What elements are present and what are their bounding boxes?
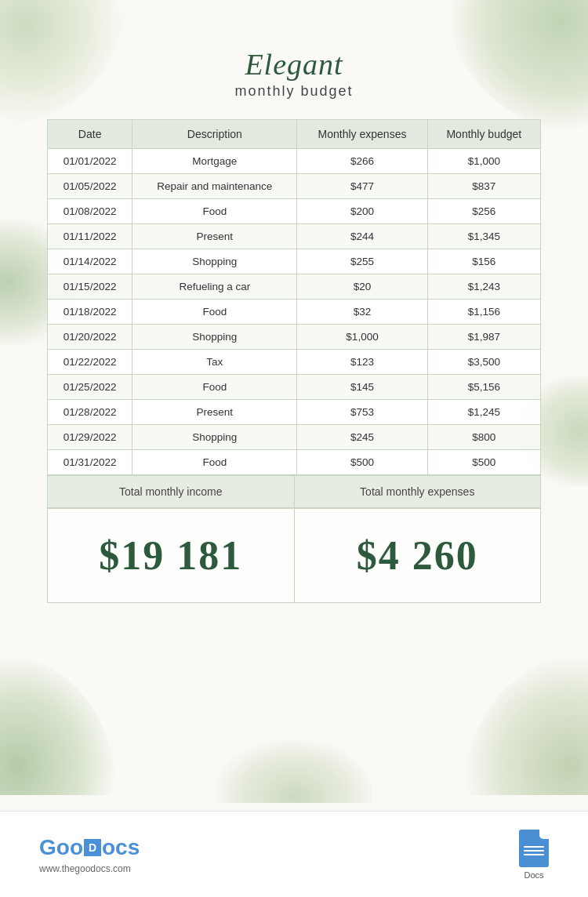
cell-expenses: $753	[297, 400, 427, 425]
cell-date: 01/25/2022	[48, 375, 132, 400]
cell-date: 01/05/2022	[48, 174, 132, 199]
col-header-budget: Monthly budget	[427, 120, 540, 149]
income-big-number: $19 181	[99, 533, 242, 578]
docs-line-3	[524, 854, 544, 855]
expenses-big-number: $4 260	[357, 533, 478, 578]
cell-description: Shopping	[132, 325, 297, 350]
cell-budget: $1,156	[427, 300, 540, 325]
gooddocs-logo: GooDocs www.thegoodocs.com	[39, 835, 140, 874]
table-header-row: Date Description Monthly expenses Monthl…	[48, 120, 541, 149]
table-row: 01/22/2022 Tax $123 $3,500	[48, 350, 541, 375]
cell-description: Tax	[132, 350, 297, 375]
box-d: D	[84, 839, 101, 856]
cell-budget: $1,345	[427, 224, 540, 249]
cell-budget: $256	[427, 199, 540, 224]
cell-budget: $500	[427, 450, 540, 475]
docs-label: Docs	[524, 870, 543, 880]
table-row: 01/15/2022 Refueling a car $20 $1,243	[48, 274, 541, 300]
table-row: 01/25/2022 Food $145 $5,156	[48, 375, 541, 400]
gooddocs-url: www.thegoodocs.com	[39, 863, 140, 874]
docs-icon-image	[519, 830, 549, 867]
cell-description: Shopping	[132, 425, 297, 450]
title-subtitle: monthly budget	[47, 83, 541, 100]
leaf-decoration-br	[463, 654, 588, 795]
cell-description: Present	[132, 224, 297, 249]
cell-expenses: $123	[297, 350, 427, 375]
col-header-date: Date	[48, 120, 132, 149]
cell-description: Food	[132, 199, 297, 224]
cell-budget: $156	[427, 249, 540, 274]
cell-budget: $800	[427, 425, 540, 450]
cell-date: 01/14/2022	[48, 249, 132, 274]
summary-values-table: $19 181 $4 260	[47, 508, 541, 603]
ocs-text: ocs	[102, 835, 140, 860]
cell-expenses: $1,000	[297, 325, 427, 350]
cell-expenses: $255	[297, 249, 427, 274]
leaf-decoration-bl	[0, 654, 118, 795]
cell-expenses: $500	[297, 450, 427, 475]
table-row: 01/11/2022 Present $244 $1,345	[48, 224, 541, 249]
budget-table: Date Description Monthly expenses Monthl…	[47, 119, 541, 475]
cell-expenses: $477	[297, 174, 427, 199]
cell-date: 01/22/2022	[48, 350, 132, 375]
cell-budget: $1,987	[427, 325, 540, 350]
cell-date: 01/20/2022	[48, 325, 132, 350]
cell-date: 01/29/2022	[48, 425, 132, 450]
cell-date: 01/18/2022	[48, 300, 132, 325]
table-row: 01/14/2022 Shopping $255 $156	[48, 249, 541, 274]
cell-expenses: $266	[297, 149, 427, 174]
cell-description: Mortgage	[132, 149, 297, 174]
col-header-expenses: Monthly expenses	[297, 120, 427, 149]
col-header-description: Description	[132, 120, 297, 149]
cell-date: 01/01/2022	[48, 149, 132, 174]
table-row: 01/18/2022 Food $32 $1,156	[48, 300, 541, 325]
cell-budget: $3,500	[427, 350, 540, 375]
cell-expenses: $245	[297, 425, 427, 450]
docs-icon-lines	[524, 844, 544, 858]
cell-description: Present	[132, 400, 297, 425]
cell-date: 01/11/2022	[48, 224, 132, 249]
table-row: 01/28/2022 Present $753 $1,245	[48, 400, 541, 425]
table-row: 01/05/2022 Repair and maintenance $477 $…	[48, 174, 541, 199]
cell-description: Food	[132, 375, 297, 400]
docs-line-1	[524, 846, 544, 848]
cell-budget: $1,000	[427, 149, 540, 174]
cell-budget: $1,243	[427, 274, 540, 300]
cell-description: Repair and maintenance	[132, 174, 297, 199]
cell-budget: $837	[427, 174, 540, 199]
cell-description: Shopping	[132, 249, 297, 274]
cell-budget: $1,245	[427, 400, 540, 425]
expenses-value: $4 260	[294, 509, 541, 603]
page-wrapper: Elegant monthly budget Date Description …	[0, 0, 588, 897]
expenses-label: Total monthly expenses	[294, 476, 541, 508]
goo-text: Goo	[39, 835, 83, 860]
leaf-decoration-bc	[216, 740, 372, 803]
cell-expenses: $20	[297, 274, 427, 300]
cell-expenses: $145	[297, 375, 427, 400]
docs-icon: Docs	[519, 830, 549, 880]
income-label: Total monthly income	[48, 476, 295, 508]
docs-line-2	[524, 850, 544, 852]
table-row: 01/08/2022 Food $200 $256	[48, 199, 541, 224]
title-section: Elegant monthly budget	[47, 47, 541, 100]
cell-description: Refueling a car	[132, 274, 297, 300]
income-value: $19 181	[48, 509, 295, 603]
table-row: 01/29/2022 Shopping $245 $800	[48, 425, 541, 450]
table-row: 01/01/2022 Mortgage $266 $1,000	[48, 149, 541, 174]
cell-description: Food	[132, 450, 297, 475]
cell-description: Food	[132, 300, 297, 325]
cell-budget: $5,156	[427, 375, 540, 400]
table-row: 01/20/2022 Shopping $1,000 $1,987	[48, 325, 541, 350]
cell-expenses: $32	[297, 300, 427, 325]
title-elegant: Elegant	[47, 47, 541, 82]
main-content: Elegant monthly budget Date Description …	[0, 0, 588, 619]
cell-date: 01/28/2022	[48, 400, 132, 425]
cell-expenses: $200	[297, 199, 427, 224]
cell-date: 01/31/2022	[48, 450, 132, 475]
cell-date: 01/08/2022	[48, 199, 132, 224]
footer: GooDocs www.thegoodocs.com Docs	[0, 811, 588, 897]
cell-date: 01/15/2022	[48, 274, 132, 300]
summary-labels-table: Total monthly income Total monthly expen…	[47, 475, 541, 508]
cell-expenses: $244	[297, 224, 427, 249]
gooddocs-brand: GooDocs	[39, 835, 140, 860]
